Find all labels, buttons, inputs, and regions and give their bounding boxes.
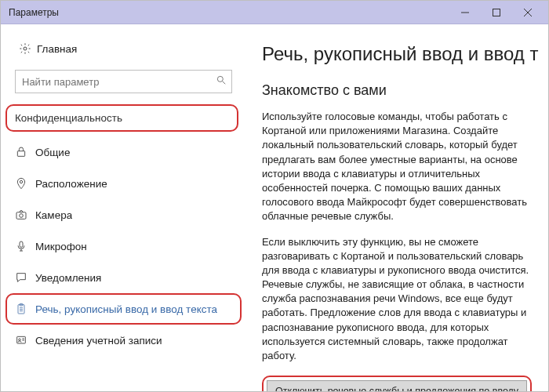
svg-rect-7 [17, 151, 24, 157]
gear-icon [15, 42, 35, 55]
window-title: Параметры [9, 7, 449, 18]
content-pane: Речь, рукописный ввод и ввод текста Знак… [246, 24, 548, 391]
search-input[interactable] [16, 71, 231, 93]
maximize-icon [493, 9, 500, 16]
svg-rect-9 [16, 212, 26, 220]
sidebar-item-camera[interactable]: Камера [1, 199, 246, 230]
svg-point-8 [20, 180, 22, 183]
window-body: Главная Конфиденциальность Общие Распо [1, 24, 548, 391]
paragraph-2: Если выключить эту функцию, вы не сможет… [262, 235, 539, 364]
page-title: Речь, рукописный ввод и ввод текста [262, 43, 539, 65]
sidebar-home[interactable]: Главная [1, 34, 246, 64]
settings-window: Параметры Главная [0, 0, 549, 392]
sidebar-item-label: Микрофон [35, 241, 87, 252]
sidebar-item-account-info[interactable]: Сведения учетной записи [1, 325, 246, 356]
camera-icon [15, 209, 35, 221]
clipboard-icon [15, 303, 35, 315]
sidebar: Главная Конфиденциальность Общие Распо [1, 24, 246, 391]
sidebar-item-speech[interactable]: Речь, рукописный ввод и ввод текста [15, 303, 232, 315]
sidebar-item-microphone[interactable]: Микрофон [1, 230, 246, 262]
sidebar-item-label: Общие [35, 147, 70, 158]
search-field[interactable] [15, 70, 232, 93]
close-button[interactable] [512, 1, 544, 24]
location-icon [15, 177, 35, 190]
minimize-icon [461, 9, 469, 16]
account-icon [15, 334, 35, 347]
close-icon [524, 9, 532, 16]
button-highlight: Отключить речевые службы и предложения п… [262, 376, 532, 391]
paragraph-1: Используйте голосовые команды, чтобы раб… [262, 110, 539, 224]
section-title: Знакомство с вами [262, 82, 539, 99]
svg-line-6 [223, 82, 226, 85]
sidebar-item-notifications[interactable]: Уведомления [1, 262, 246, 293]
search-icon [216, 74, 227, 89]
svg-point-10 [20, 214, 24, 218]
svg-point-5 [217, 76, 223, 82]
lock-icon [15, 146, 35, 158]
svg-point-18 [19, 339, 21, 341]
disable-speech-button[interactable]: Отключить речевые службы и предложения п… [267, 380, 527, 391]
speech-highlight: Речь, рукописный ввод и ввод текста [5, 293, 242, 325]
sidebar-category[interactable]: Конфиденциальность [15, 112, 229, 124]
titlebar: Параметры [1, 1, 548, 24]
chat-icon [15, 271, 35, 284]
microphone-icon [15, 240, 35, 252]
minimize-button[interactable] [449, 1, 481, 24]
sidebar-item-label: Расположение [35, 178, 107, 190]
window-controls [449, 1, 544, 24]
svg-rect-1 [493, 9, 500, 16]
category-highlight: Конфиденциальность [5, 104, 238, 132]
sidebar-nav: Общие Расположение Камера Микрофон Уведо [1, 136, 246, 356]
svg-rect-11 [20, 241, 23, 247]
sidebar-item-label: Речь, рукописный ввод и ввод текста [35, 303, 217, 315]
sidebar-item-general[interactable]: Общие [1, 136, 246, 168]
sidebar-home-label: Главная [37, 43, 77, 55]
sidebar-item-label: Камера [35, 209, 72, 221]
svg-point-4 [24, 47, 27, 50]
sidebar-item-label: Сведения учетной записи [35, 335, 162, 347]
maximize-button[interactable] [481, 1, 512, 24]
sidebar-item-location[interactable]: Расположение [1, 168, 246, 199]
sidebar-item-label: Уведомления [35, 272, 101, 284]
